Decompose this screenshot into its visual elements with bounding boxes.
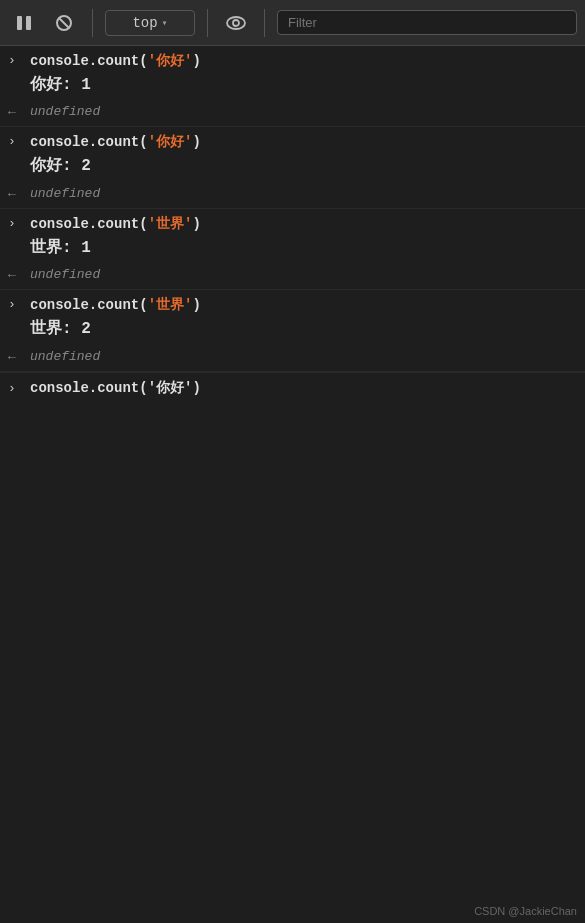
console-entry: › console.count('你好') 你好: 1 ← undefined <box>0 46 585 127</box>
chevron-down-icon: ▾ <box>162 17 168 29</box>
svg-point-4 <box>227 17 245 29</box>
command-text: console.count('世界') <box>30 215 201 233</box>
output-row: 世界: 1 <box>0 235 585 265</box>
output-arrow <box>8 156 22 171</box>
output-row: 你好: 2 <box>0 153 585 183</box>
closing-paren: ) <box>192 134 200 150</box>
separator-2 <box>207 9 208 37</box>
partial-command: console.count('你好') <box>30 379 201 397</box>
count-output: 你好: 1 <box>30 74 91 96</box>
method-text: console.count( <box>30 53 148 69</box>
closing-paren: ) <box>192 216 200 232</box>
command-row: › console.count('世界') <box>0 290 585 316</box>
expand-icon[interactable]: › <box>8 53 22 68</box>
play-button[interactable] <box>8 7 40 39</box>
command-text: console.count('世界') <box>30 296 201 314</box>
command-text: console.count('你好') <box>30 133 201 151</box>
return-arrow: ← <box>8 187 22 202</box>
output-arrow <box>8 319 22 334</box>
string-arg: '你好' <box>148 53 193 69</box>
closing-paren: ) <box>192 53 200 69</box>
undefined-row: ← undefined <box>0 102 585 126</box>
expand-icon[interactable]: › <box>8 216 22 231</box>
closing-paren: ) <box>192 297 200 313</box>
console-entry: › console.count('你好') 你好: 2 ← undefined <box>0 127 585 208</box>
console-output: › console.count('你好') 你好: 1 ← undefined … <box>0 46 585 923</box>
block-button[interactable] <box>48 7 80 39</box>
undefined-row: ← undefined <box>0 184 585 208</box>
method-text: console.count( <box>30 297 148 313</box>
return-arrow: ← <box>8 268 22 283</box>
prompt-arrow: › <box>8 381 22 396</box>
count-output: 世界: 2 <box>30 318 91 340</box>
separator-3 <box>264 9 265 37</box>
partial-suffix: ) <box>192 380 200 396</box>
svg-rect-1 <box>26 16 31 30</box>
partial-arg: '你好' <box>148 380 193 396</box>
command-row: › console.count('世界') <box>0 209 585 235</box>
output-row: 你好: 1 <box>0 72 585 102</box>
undefined-text: undefined <box>30 186 100 201</box>
watermark: CSDN @JackieChan <box>474 905 577 917</box>
expand-icon[interactable]: › <box>8 297 22 312</box>
output-arrow <box>8 238 22 253</box>
undefined-text: undefined <box>30 267 100 282</box>
undefined-row: ← undefined <box>0 265 585 289</box>
svg-line-3 <box>59 18 69 28</box>
context-selector[interactable]: top ▾ <box>105 10 195 36</box>
context-label: top <box>132 15 157 31</box>
console-entry: › console.count('世界') 世界: 2 ← undefined <box>0 290 585 371</box>
return-arrow: ← <box>8 350 22 365</box>
command-row: › console.count('你好') <box>0 127 585 153</box>
method-text: console.count( <box>30 134 148 150</box>
active-prompt: › console.count('你好') <box>0 372 585 403</box>
eye-button[interactable] <box>220 7 252 39</box>
output-arrow <box>8 75 22 90</box>
undefined-text: undefined <box>30 349 100 364</box>
expand-icon[interactable]: › <box>8 134 22 149</box>
svg-rect-0 <box>17 16 22 30</box>
output-row: 世界: 2 <box>0 316 585 346</box>
devtools-toolbar: top ▾ <box>0 0 585 46</box>
undefined-row: ← undefined <box>0 347 585 371</box>
separator-1 <box>92 9 93 37</box>
count-output: 世界: 1 <box>30 237 91 259</box>
filter-input[interactable] <box>277 10 577 35</box>
svg-point-5 <box>233 20 239 26</box>
console-entry: › console.count('世界') 世界: 1 ← undefined <box>0 209 585 290</box>
command-text: console.count('你好') <box>30 52 201 70</box>
undefined-text: undefined <box>30 104 100 119</box>
return-arrow: ← <box>8 105 22 120</box>
command-row: › console.count('你好') <box>0 46 585 72</box>
string-arg: '世界' <box>148 216 193 232</box>
count-output: 你好: 2 <box>30 155 91 177</box>
string-arg: '你好' <box>148 134 193 150</box>
partial-method: console.count( <box>30 380 148 396</box>
string-arg: '世界' <box>148 297 193 313</box>
method-text: console.count( <box>30 216 148 232</box>
